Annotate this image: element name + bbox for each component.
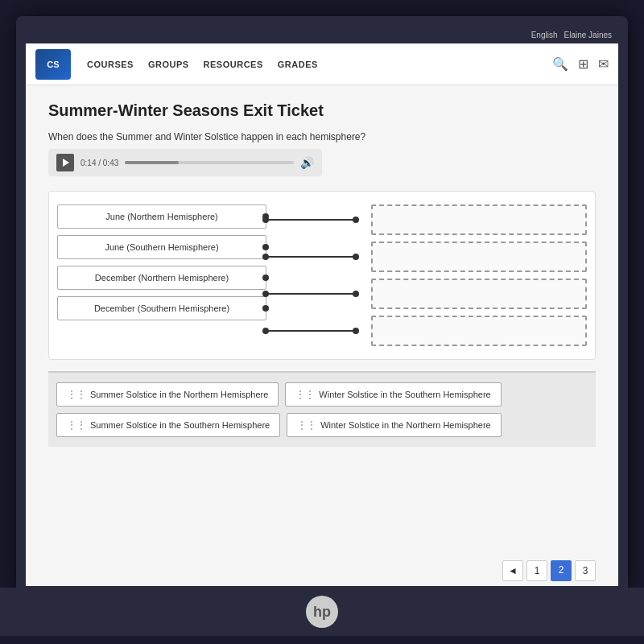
drag-item-3[interactable]: ⋮⋮ Summer Solstice in the Southern Hemis… xyxy=(56,413,280,437)
language-selector[interactable]: English xyxy=(531,31,558,39)
nav-resources[interactable]: RESOURCES xyxy=(204,60,263,69)
pagination: ◄ 1 2 3 xyxy=(26,552,618,589)
svg-point-9 xyxy=(353,254,359,260)
content-area: Summer-Winter Seasons Exit Ticket When d… xyxy=(26,85,618,552)
match-container: June (Northern Hemisphere) June (Souther… xyxy=(48,191,596,360)
page-title: Summer-Winter Seasons Exit Ticket xyxy=(48,101,596,120)
page-1-button[interactable]: 1 xyxy=(526,560,547,581)
drop-zone-4[interactable] xyxy=(371,316,587,346)
nav-grades[interactable]: GRADES xyxy=(278,60,318,69)
volume-icon[interactable]: 🔊 xyxy=(300,156,314,169)
grid-icon[interactable]: ⊞ xyxy=(578,56,588,72)
top-bar: English Elaine Jaines xyxy=(26,26,618,43)
svg-point-8 xyxy=(353,217,359,223)
match-left-column: June (Northern Hemisphere) June (Souther… xyxy=(57,204,266,346)
page-3-button[interactable]: 3 xyxy=(575,560,596,581)
laptop-bottom: hp xyxy=(0,588,644,636)
drop-zone-2[interactable] xyxy=(371,242,587,272)
nav-bar: CS COURSES GROUPS RESOURCES GRADES 🔍 ⊞ ✉ xyxy=(26,43,618,85)
nav-groups[interactable]: GROUPS xyxy=(148,60,189,69)
nav-links: COURSES GROUPS RESOURCES GRADES xyxy=(87,60,536,69)
messages-icon[interactable]: ✉ xyxy=(598,56,609,72)
match-dot-4 xyxy=(262,305,269,312)
match-item-2[interactable]: June (Southern Hemisphere) xyxy=(57,235,266,259)
play-button[interactable] xyxy=(56,154,74,171)
match-dot-1 xyxy=(262,213,269,220)
match-item-3[interactable]: December (Northern Hemisphere) xyxy=(57,266,266,290)
drag-handle-2: ⋮⋮ xyxy=(295,389,315,400)
page-2-button[interactable]: 2 xyxy=(551,560,572,581)
drag-item-4[interactable]: ⋮⋮ Winter Solstice in the Northern Hemis… xyxy=(287,413,502,437)
drag-item-2[interactable]: ⋮⋮ Winter Solstice in the Southern Hemis… xyxy=(285,382,501,407)
user-name: Elaine Jaines xyxy=(564,31,612,39)
nav-courses[interactable]: COURSES xyxy=(87,60,134,69)
drop-zone-1[interactable] xyxy=(371,204,587,235)
audio-player: 0:14 / 0:43 🔊 xyxy=(48,149,322,176)
nav-logo: CS xyxy=(35,49,71,80)
match-item-1[interactable]: June (Northern Hemisphere) xyxy=(57,204,266,229)
search-icon[interactable]: 🔍 xyxy=(552,56,568,72)
hp-logo: hp xyxy=(306,596,338,628)
drag-handle-1: ⋮⋮ xyxy=(67,389,86,400)
match-right-column xyxy=(371,204,587,346)
match-item-4[interactable]: December (Southern Hemisphere) xyxy=(57,296,266,320)
drag-bank: ⋮⋮ Summer Solstice in the Northern Hemis… xyxy=(48,371,596,447)
audio-time: 0:14 / 0:43 xyxy=(80,159,118,167)
drag-handle-3: ⋮⋮ xyxy=(67,419,86,431)
svg-point-11 xyxy=(353,328,359,334)
match-lines-svg xyxy=(262,204,359,349)
drag-item-1[interactable]: ⋮⋮ Summer Solstice in the Northern Hemis… xyxy=(56,382,279,407)
svg-point-10 xyxy=(353,291,359,297)
match-dot-2 xyxy=(262,244,269,250)
question-text: When does the Summer and Winter Solstice… xyxy=(48,131,596,142)
match-dot-3 xyxy=(262,275,269,281)
drag-handle-4: ⋮⋮ xyxy=(297,419,316,431)
nav-icons: 🔍 ⊞ ✉ xyxy=(552,56,609,72)
audio-progress xyxy=(125,161,179,164)
prev-page-button[interactable]: ◄ xyxy=(502,560,523,581)
drop-zone-3[interactable] xyxy=(371,279,587,309)
audio-track[interactable] xyxy=(125,161,294,164)
